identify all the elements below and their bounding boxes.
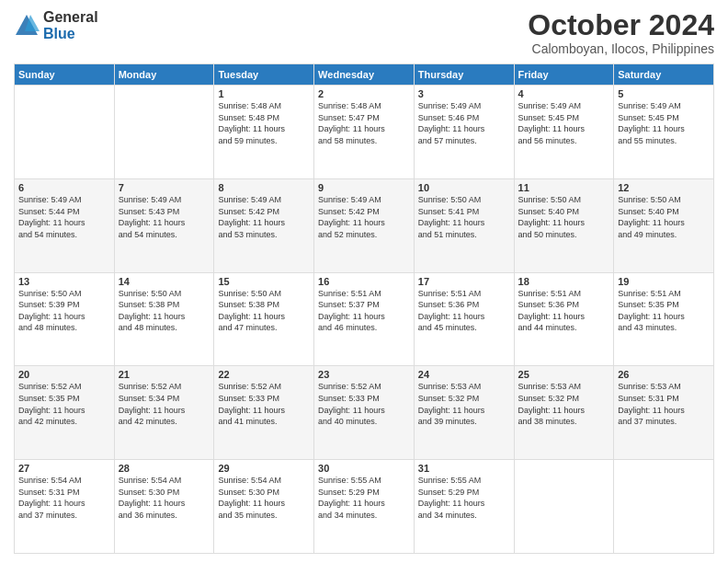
day-cell: 29Sunrise: 5:54 AM Sunset: 5:30 PM Dayli… — [214, 460, 314, 554]
day-cell: 10Sunrise: 5:50 AM Sunset: 5:41 PM Dayli… — [414, 178, 514, 272]
day-info: Sunrise: 5:49 AM Sunset: 5:45 PM Dayligh… — [518, 100, 610, 146]
day-info: Sunrise: 5:51 AM Sunset: 5:36 PM Dayligh… — [518, 288, 610, 334]
day-number: 27 — [18, 463, 110, 474]
day-cell — [15, 86, 115, 179]
day-info: Sunrise: 5:50 AM Sunset: 5:38 PM Dayligh… — [119, 288, 210, 334]
day-cell: 21Sunrise: 5:52 AM Sunset: 5:34 PM Dayli… — [114, 366, 214, 460]
day-cell: 25Sunrise: 5:53 AM Sunset: 5:32 PM Dayli… — [514, 366, 614, 460]
week-row-4: 20Sunrise: 5:52 AM Sunset: 5:35 PM Dayli… — [15, 366, 714, 460]
day-info: Sunrise: 5:50 AM Sunset: 5:38 PM Dayligh… — [218, 288, 310, 334]
day-info: Sunrise: 5:53 AM Sunset: 5:31 PM Dayligh… — [618, 381, 710, 427]
day-number: 21 — [119, 369, 210, 380]
col-friday: Friday — [514, 64, 614, 86]
week-row-2: 6Sunrise: 5:49 AM Sunset: 5:44 PM Daylig… — [15, 178, 714, 272]
day-info: Sunrise: 5:52 AM Sunset: 5:35 PM Dayligh… — [18, 381, 110, 427]
day-cell: 19Sunrise: 5:51 AM Sunset: 5:35 PM Dayli… — [614, 272, 714, 366]
col-monday: Monday — [114, 64, 214, 86]
col-saturday: Saturday — [614, 64, 714, 86]
day-cell: 11Sunrise: 5:50 AM Sunset: 5:40 PM Dayli… — [514, 178, 614, 272]
day-info: Sunrise: 5:50 AM Sunset: 5:39 PM Dayligh… — [18, 288, 110, 334]
day-cell: 7Sunrise: 5:49 AM Sunset: 5:43 PM Daylig… — [114, 178, 214, 272]
day-cell: 22Sunrise: 5:52 AM Sunset: 5:33 PM Dayli… — [214, 366, 314, 460]
day-number: 14 — [119, 276, 210, 287]
day-cell: 18Sunrise: 5:51 AM Sunset: 5:36 PM Dayli… — [514, 272, 614, 366]
day-info: Sunrise: 5:52 AM Sunset: 5:33 PM Dayligh… — [218, 381, 310, 427]
day-info: Sunrise: 5:54 AM Sunset: 5:30 PM Dayligh… — [218, 475, 310, 521]
header: General Blue October 2024 Calomboyan, Il… — [14, 9, 714, 56]
logo-general: General — [43, 9, 98, 26]
day-info: Sunrise: 5:52 AM Sunset: 5:33 PM Dayligh… — [318, 381, 410, 427]
day-info: Sunrise: 5:52 AM Sunset: 5:34 PM Dayligh… — [119, 381, 210, 427]
day-cell: 15Sunrise: 5:50 AM Sunset: 5:38 PM Dayli… — [214, 272, 314, 366]
month-title: October 2024 — [528, 9, 714, 41]
col-wednesday: Wednesday — [314, 64, 415, 86]
day-number: 9 — [318, 182, 410, 193]
col-tuesday: Tuesday — [214, 64, 314, 86]
week-row-5: 27Sunrise: 5:54 AM Sunset: 5:31 PM Dayli… — [15, 460, 714, 554]
day-number: 12 — [618, 182, 710, 193]
page: General Blue October 2024 Calomboyan, Il… — [0, 0, 728, 563]
day-number: 17 — [418, 276, 510, 287]
logo-icon — [14, 13, 40, 39]
day-cell: 4Sunrise: 5:49 AM Sunset: 5:45 PM Daylig… — [514, 86, 614, 179]
day-info: Sunrise: 5:55 AM Sunset: 5:29 PM Dayligh… — [418, 475, 510, 521]
day-number: 16 — [318, 276, 410, 287]
day-cell: 2Sunrise: 5:48 AM Sunset: 5:47 PM Daylig… — [314, 86, 415, 179]
day-info: Sunrise: 5:50 AM Sunset: 5:41 PM Dayligh… — [418, 194, 510, 240]
title-section: October 2024 Calomboyan, Ilocos, Philipp… — [528, 9, 714, 56]
calendar-table: Sunday Monday Tuesday Wednesday Thursday… — [14, 63, 714, 554]
day-info: Sunrise: 5:54 AM Sunset: 5:30 PM Dayligh… — [119, 475, 210, 521]
day-info: Sunrise: 5:51 AM Sunset: 5:36 PM Dayligh… — [418, 288, 510, 334]
day-info: Sunrise: 5:49 AM Sunset: 5:46 PM Dayligh… — [418, 100, 510, 146]
day-cell: 30Sunrise: 5:55 AM Sunset: 5:29 PM Dayli… — [314, 460, 415, 554]
logo: General Blue — [14, 9, 98, 41]
day-cell: 5Sunrise: 5:49 AM Sunset: 5:45 PM Daylig… — [614, 86, 714, 179]
day-number: 31 — [418, 463, 510, 474]
day-info: Sunrise: 5:50 AM Sunset: 5:40 PM Dayligh… — [518, 194, 610, 240]
day-cell: 6Sunrise: 5:49 AM Sunset: 5:44 PM Daylig… — [15, 178, 115, 272]
day-number: 28 — [119, 463, 210, 474]
day-cell: 24Sunrise: 5:53 AM Sunset: 5:32 PM Dayli… — [414, 366, 514, 460]
day-info: Sunrise: 5:49 AM Sunset: 5:45 PM Dayligh… — [618, 100, 710, 146]
week-row-1: 1Sunrise: 5:48 AM Sunset: 5:48 PM Daylig… — [15, 86, 714, 179]
day-number: 4 — [518, 88, 610, 99]
day-number: 18 — [518, 276, 610, 287]
col-sunday: Sunday — [15, 64, 115, 86]
day-number: 11 — [518, 182, 610, 193]
calendar-header: Sunday Monday Tuesday Wednesday Thursday… — [15, 64, 714, 86]
day-info: Sunrise: 5:49 AM Sunset: 5:42 PM Dayligh… — [218, 194, 310, 240]
day-number: 24 — [418, 369, 510, 380]
header-row: Sunday Monday Tuesday Wednesday Thursday… — [15, 64, 714, 86]
location-subtitle: Calomboyan, Ilocos, Philippines — [528, 41, 714, 56]
day-number: 7 — [119, 182, 210, 193]
day-number: 15 — [218, 276, 310, 287]
day-cell: 23Sunrise: 5:52 AM Sunset: 5:33 PM Dayli… — [314, 366, 415, 460]
day-info: Sunrise: 5:50 AM Sunset: 5:40 PM Dayligh… — [618, 194, 710, 240]
day-number: 10 — [418, 182, 510, 193]
logo-text: General Blue — [43, 9, 98, 41]
day-number: 23 — [318, 369, 410, 380]
day-cell: 8Sunrise: 5:49 AM Sunset: 5:42 PM Daylig… — [214, 178, 314, 272]
day-cell — [114, 86, 214, 179]
day-cell: 1Sunrise: 5:48 AM Sunset: 5:48 PM Daylig… — [214, 86, 314, 179]
day-info: Sunrise: 5:49 AM Sunset: 5:44 PM Dayligh… — [18, 194, 110, 240]
day-info: Sunrise: 5:54 AM Sunset: 5:31 PM Dayligh… — [18, 475, 110, 521]
day-cell: 13Sunrise: 5:50 AM Sunset: 5:39 PM Dayli… — [15, 272, 115, 366]
day-cell: 9Sunrise: 5:49 AM Sunset: 5:42 PM Daylig… — [314, 178, 415, 272]
day-cell: 20Sunrise: 5:52 AM Sunset: 5:35 PM Dayli… — [15, 366, 115, 460]
day-number: 19 — [618, 276, 710, 287]
day-info: Sunrise: 5:49 AM Sunset: 5:42 PM Dayligh… — [318, 194, 410, 240]
day-cell — [514, 460, 614, 554]
day-cell: 17Sunrise: 5:51 AM Sunset: 5:36 PM Dayli… — [414, 272, 514, 366]
day-info: Sunrise: 5:53 AM Sunset: 5:32 PM Dayligh… — [418, 381, 510, 427]
day-number: 6 — [18, 182, 110, 193]
day-cell — [614, 460, 714, 554]
day-number: 2 — [318, 88, 410, 99]
day-info: Sunrise: 5:51 AM Sunset: 5:37 PM Dayligh… — [318, 288, 410, 334]
day-info: Sunrise: 5:49 AM Sunset: 5:43 PM Dayligh… — [119, 194, 210, 240]
day-cell: 12Sunrise: 5:50 AM Sunset: 5:40 PM Dayli… — [614, 178, 714, 272]
day-number: 3 — [418, 88, 510, 99]
day-number: 8 — [218, 182, 310, 193]
day-number: 5 — [618, 88, 710, 99]
day-info: Sunrise: 5:51 AM Sunset: 5:35 PM Dayligh… — [618, 288, 710, 334]
